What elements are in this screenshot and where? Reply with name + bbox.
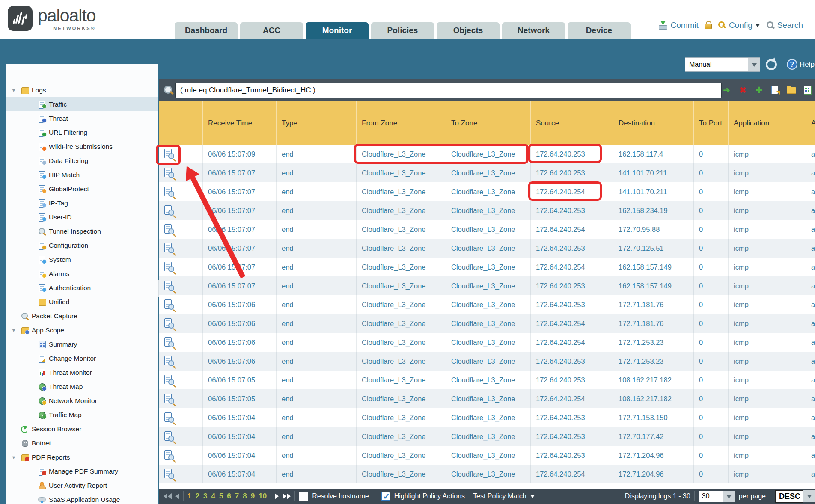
sidebar-item[interactable]: Packet Capture bbox=[6, 309, 158, 323]
add-filter-icon[interactable]: ✚ bbox=[754, 85, 764, 95]
destination-cell[interactable]: 162.158.234.19 bbox=[613, 201, 694, 220]
sidebar-item[interactable]: Traffic bbox=[6, 97, 158, 111]
to-port-cell[interactable]: 0 bbox=[694, 201, 729, 220]
to-zone-cell[interactable]: Cloudflare_L3_Zone bbox=[446, 389, 531, 408]
sidebar-item[interactable]: Session Browser bbox=[6, 422, 158, 436]
destination-cell[interactable]: 162.158.117.4 bbox=[613, 145, 694, 163]
log-detail-icon[interactable] bbox=[164, 262, 173, 272]
receive-time-cell[interactable]: 06/06 15:07:09 bbox=[203, 145, 277, 163]
application-cell[interactable]: icmp bbox=[729, 371, 806, 389]
sidebar-item[interactable]: Botnet bbox=[6, 436, 158, 450]
destination-cell[interactable]: 172.70.177.42 bbox=[613, 427, 694, 446]
column-header[interactable]: Application bbox=[729, 101, 806, 145]
source-cell[interactable]: 172.64.240.254 bbox=[531, 389, 613, 408]
destination-cell[interactable]: 172.71.181.76 bbox=[613, 295, 694, 314]
column-header[interactable]: To Zone bbox=[446, 101, 531, 145]
sidebar-item[interactable]: Summary bbox=[6, 337, 158, 351]
log-detail-icon[interactable] bbox=[164, 337, 173, 347]
page-number[interactable]: 1 bbox=[187, 492, 191, 501]
source-cell[interactable]: 172.64.240.254 bbox=[531, 314, 613, 333]
sidebar-item[interactable]: Authentication bbox=[6, 281, 158, 295]
action-cell[interactable]: a bbox=[806, 276, 815, 295]
page-number[interactable]: 7 bbox=[235, 492, 239, 501]
to-port-cell[interactable]: 0 bbox=[694, 145, 729, 163]
type-cell[interactable]: end bbox=[277, 182, 357, 201]
tree-expander-icon[interactable]: ▼ bbox=[6, 455, 21, 460]
from-zone-cell[interactable]: Cloudflare_L3_Zone bbox=[357, 182, 446, 201]
refresh-mode-value[interactable]: Manual bbox=[685, 57, 748, 72]
clear-filter-icon[interactable]: ✖ bbox=[738, 85, 748, 95]
resolve-hostname-checkbox[interactable] bbox=[299, 492, 308, 501]
sidebar-item[interactable]: Unified bbox=[6, 295, 158, 309]
help-button[interactable]: ? Help bbox=[787, 59, 815, 70]
destination-cell[interactable]: 162.158.157.149 bbox=[613, 258, 694, 276]
type-cell[interactable]: end bbox=[277, 201, 357, 220]
destination-cell[interactable]: 172.71.204.96 bbox=[613, 465, 694, 483]
type-cell[interactable]: end bbox=[277, 371, 357, 389]
sidebar-item[interactable]: URL Filtering bbox=[6, 125, 158, 139]
prev-page-icon[interactable] bbox=[175, 493, 179, 499]
sort-order-select[interactable]: DESC bbox=[775, 490, 815, 503]
from-zone-cell[interactable]: Cloudflare_L3_Zone bbox=[357, 276, 446, 295]
to-zone-cell[interactable]: Cloudflare_L3_Zone bbox=[446, 427, 531, 446]
log-detail-icon[interactable] bbox=[164, 394, 173, 404]
type-cell[interactable]: end bbox=[277, 465, 357, 483]
save-filter-icon[interactable] bbox=[770, 85, 781, 95]
application-cell[interactable]: icmp bbox=[729, 427, 806, 446]
to-zone-cell[interactable]: Cloudflare_L3_Zone bbox=[446, 295, 531, 314]
sidebar-item[interactable]: Network Monitor bbox=[6, 394, 158, 408]
column-header[interactable]: Destination bbox=[613, 101, 694, 145]
to-zone-cell[interactable]: Cloudflare_L3_Zone bbox=[446, 314, 531, 333]
nav-tab-acc[interactable]: ACC bbox=[240, 22, 303, 39]
sidebar-item[interactable]: Alarms bbox=[6, 267, 158, 281]
source-cell[interactable]: 172.64.240.253 bbox=[531, 201, 613, 220]
application-cell[interactable]: icmp bbox=[729, 220, 806, 239]
source-cell[interactable]: 172.64.240.253 bbox=[531, 427, 613, 446]
from-zone-cell[interactable]: Cloudflare_L3_Zone bbox=[357, 427, 446, 446]
source-cell[interactable]: 172.64.240.254 bbox=[531, 182, 613, 201]
type-cell[interactable]: end bbox=[277, 163, 357, 182]
action-cell[interactable]: a bbox=[806, 239, 815, 258]
sidebar-item[interactable]: ▼ Logs bbox=[6, 83, 158, 97]
refresh-mode-dropdown-button[interactable] bbox=[748, 57, 760, 72]
sidebar-item[interactable]: IP-Tag bbox=[6, 196, 158, 210]
application-cell[interactable]: icmp bbox=[729, 333, 806, 352]
receive-time-cell[interactable]: 06/06 15:07:07 bbox=[203, 163, 277, 182]
source-cell[interactable]: 172.64.240.253 bbox=[531, 352, 613, 371]
from-zone-cell[interactable]: Cloudflare_L3_Zone bbox=[357, 258, 446, 276]
from-zone-cell[interactable]: Cloudflare_L3_Zone bbox=[357, 314, 446, 333]
page-number[interactable]: 2 bbox=[195, 492, 199, 501]
log-detail-icon[interactable] bbox=[164, 149, 173, 159]
type-cell[interactable]: end bbox=[277, 239, 357, 258]
log-detail-icon[interactable] bbox=[164, 224, 173, 234]
action-cell[interactable]: a bbox=[806, 333, 815, 352]
application-cell[interactable]: icmp bbox=[729, 352, 806, 371]
log-filter-input[interactable] bbox=[175, 83, 722, 98]
column-header[interactable] bbox=[180, 101, 203, 145]
to-zone-cell[interactable]: Cloudflare_L3_Zone bbox=[446, 145, 531, 163]
to-zone-cell[interactable]: Cloudflare_L3_Zone bbox=[446, 276, 531, 295]
page-number[interactable]: 3 bbox=[203, 492, 207, 501]
application-cell[interactable]: icmp bbox=[729, 276, 806, 295]
to-port-cell[interactable]: 0 bbox=[694, 333, 729, 352]
action-cell[interactable]: a bbox=[806, 201, 815, 220]
tree-expander-icon[interactable]: ▼ bbox=[6, 88, 21, 93]
log-detail-icon[interactable] bbox=[164, 281, 173, 291]
log-detail-icon[interactable] bbox=[164, 243, 173, 253]
search-button[interactable]: Search bbox=[766, 21, 803, 30]
to-zone-cell[interactable]: Cloudflare_L3_Zone bbox=[446, 201, 531, 220]
application-cell[interactable]: icmp bbox=[729, 201, 806, 220]
action-cell[interactable]: a bbox=[806, 220, 815, 239]
sidebar-item[interactable]: Manage PDF Summary bbox=[6, 464, 158, 478]
source-cell[interactable]: 172.64.240.253 bbox=[531, 239, 613, 258]
action-cell[interactable]: a bbox=[806, 145, 815, 163]
sidebar-item[interactable]: Change Monitor bbox=[6, 351, 158, 365]
to-zone-cell[interactable]: Cloudflare_L3_Zone bbox=[446, 239, 531, 258]
application-cell[interactable]: icmp bbox=[729, 446, 806, 465]
to-port-cell[interactable]: 0 bbox=[694, 371, 729, 389]
receive-time-cell[interactable]: 06/06 15:07:06 bbox=[203, 314, 277, 333]
to-port-cell[interactable]: 0 bbox=[694, 258, 729, 276]
from-zone-cell[interactable]: Cloudflare_L3_Zone bbox=[357, 239, 446, 258]
action-cell[interactable]: a bbox=[806, 163, 815, 182]
action-cell[interactable]: a bbox=[806, 295, 815, 314]
